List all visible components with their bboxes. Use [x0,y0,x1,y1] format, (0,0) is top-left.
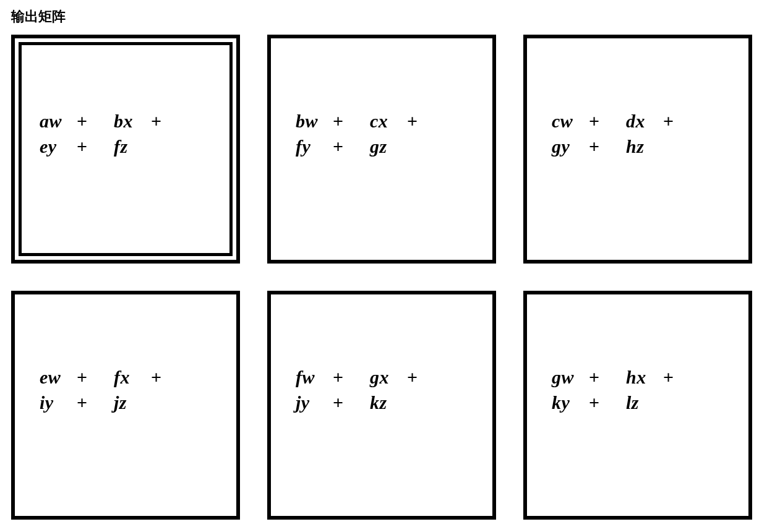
diagram-title: 输出矩阵 [11,7,66,26]
matrix-cell: gw+hx+ ky+lz [523,291,752,520]
matrix-cell: fw+gx+ jy+kz [267,291,496,520]
cell-expression: aw+bx+ ey+fz [40,109,221,159]
matrix-cell: cw+dx+ gy+hz [523,35,752,264]
cell-expression: ew+fx+ iy+jz [40,365,221,415]
matrix-cell: bw+cx+ fy+gz [267,35,496,264]
cell-expression: cw+dx+ gy+hz [552,109,734,159]
matrix-cell: aw+bx+ ey+fz [11,35,240,264]
cell-expression: fw+gx+ jy+kz [296,365,478,415]
cell-expression: gw+hx+ ky+lz [552,365,734,415]
cell-expression: bw+cx+ fy+gz [296,109,478,159]
matrix-cell: ew+fx+ iy+jz [11,291,240,520]
output-matrix-grid: aw+bx+ ey+fz bw+cx+ fy+gz cw+dx+ gy+hz e… [11,35,753,520]
